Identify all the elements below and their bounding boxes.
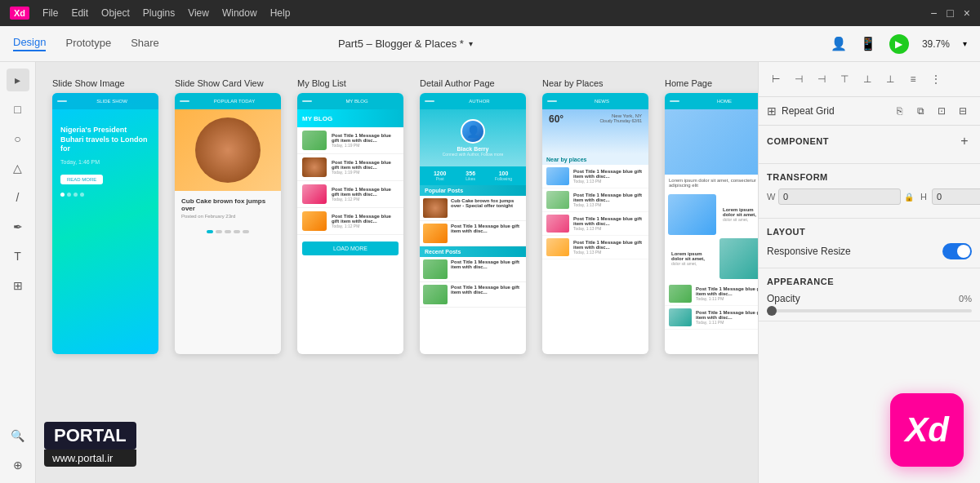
rectangle-tool[interactable]: □	[7, 98, 29, 121]
ab3-thumb-3	[302, 184, 327, 204]
select-tool[interactable]: ▸	[7, 69, 29, 91]
rg-more-btn[interactable]: ⊡	[933, 102, 951, 120]
menu-object[interactable]: Object	[101, 7, 130, 19]
ab3-thumb-1	[302, 131, 327, 150]
tabs: Design Prototype Share	[13, 36, 159, 51]
align-bottom-icon[interactable]: ⊥	[880, 69, 901, 90]
ab5-header: NEWS	[542, 93, 648, 109]
chevron-down-icon-zoom[interactable]: ▾	[963, 39, 967, 48]
layout-responsive-row: Responsive Resize	[767, 243, 972, 259]
ab2-ind-3	[225, 230, 231, 233]
ab2-header: POPULAR TODAY	[175, 93, 281, 109]
minimize-button[interactable]: −	[930, 7, 937, 20]
artboard-group-1: Slide Show Image SLIDE SHOW Nigeria's Pr…	[52, 78, 158, 354]
rg-paste-btn[interactable]: ⧉	[911, 102, 929, 120]
ab1-header: SLIDE SHOW	[52, 93, 158, 109]
menu-view[interactable]: View	[188, 7, 209, 19]
ellipse-tool[interactable]: ○	[7, 127, 29, 150]
tab-share[interactable]: Share	[131, 37, 159, 51]
component-tool[interactable]: ⊞	[7, 274, 29, 297]
component-add-button[interactable]: +	[957, 134, 972, 148]
ab4-recent-thumb-1	[423, 259, 448, 279]
artboard-label-3: My Blog List	[297, 78, 346, 88]
xd-overlay: Xd	[890, 393, 964, 467]
appearance-section: APPEARANCE Opacity 0%	[759, 268, 980, 321]
responsive-resize-toggle[interactable]	[942, 243, 972, 259]
transform-w-field: W 🔒	[767, 188, 914, 205]
transform-section-title: TRANSFORM	[767, 172, 828, 182]
ab4-stat-likes: 356 Likes	[466, 171, 475, 181]
tab-prototype[interactable]: Prototype	[65, 37, 111, 51]
menu-bar: File Edit Object Plugins View Window Hel…	[42, 7, 290, 19]
rg-extra-btn[interactable]: ⊟	[954, 102, 972, 120]
ab6-hero-img	[665, 109, 758, 175]
menu-file[interactable]: File	[42, 7, 58, 19]
ab4-stat-following: 100 Following	[495, 171, 512, 181]
artboard-slide-show-image[interactable]: SLIDE SHOW Nigeria's President Buhari tr…	[52, 93, 158, 354]
ab6-single-thumb-1	[669, 285, 692, 303]
artboard-detail-author[interactable]: AUTHOR 👤 Black Berry Connect with Author…	[420, 93, 526, 354]
tab-right-controls: 👤 📱 ▶ 39.7% ▾	[831, 34, 967, 54]
ab5-item-1: Post Title 1 Message blue gift item with…	[542, 165, 648, 188]
artboard-slide-show-card[interactable]: POPULAR TODAY Cub Cake brown fox jumps o…	[175, 93, 281, 354]
text-tool[interactable]: T	[7, 245, 29, 268]
chevron-down-icon[interactable]: ▾	[469, 39, 473, 48]
transform-w-label: W	[767, 192, 775, 202]
pen-tool[interactable]: ✒	[7, 215, 29, 238]
ab1-read-more-btn[interactable]: READ MORE	[60, 175, 103, 184]
menu-help[interactable]: Help	[270, 7, 291, 19]
distribute-v-icon[interactable]: ⋮	[925, 69, 947, 90]
transform-w-lock[interactable]: 🔒	[904, 193, 914, 202]
align-right-icon[interactable]: ⊣	[811, 69, 832, 90]
rg-copy-btn[interactable]: ⎘	[890, 102, 908, 120]
right-panel: ⊢ ⊣ ⊣ ⊤ ⊥ ⊥ ≡ ⋮ ⊞ Repeat Grid ⎘ ⧉ ⊡ ⊟ CO…	[758, 62, 980, 483]
ab1-title: Nigeria's President Buhari travels to Lo…	[60, 126, 150, 154]
ab5-header-line	[547, 100, 557, 102]
tab-design[interactable]: Design	[13, 36, 46, 51]
canvas-area[interactable]: Slide Show Image SLIDE SHOW Nigeria's Pr…	[36, 62, 758, 483]
layers-tool[interactable]: ⊕	[7, 454, 29, 476]
close-button[interactable]: ×	[964, 7, 970, 20]
align-left-icon[interactable]: ⊢	[765, 69, 786, 90]
menu-window[interactable]: Window	[222, 7, 257, 19]
align-center-v-icon[interactable]: ⊥	[857, 69, 878, 90]
menu-plugins[interactable]: Plugins	[143, 7, 175, 19]
artboard-near-by-places[interactable]: NEWS 60° New York, NY Cloudy Thursday 62…	[542, 93, 648, 354]
ab6-single-2: Post Title 1 Message blue gift item with…	[665, 306, 758, 330]
align-center-h-icon[interactable]: ⊣	[788, 69, 809, 90]
align-top-icon[interactable]: ⊤	[834, 69, 855, 90]
ab3-list-item-3: Post Title 1 Message blue gift item with…	[297, 181, 403, 208]
ab2-ind-1	[207, 230, 213, 233]
line-tool[interactable]: /	[7, 186, 29, 209]
opacity-label: Opacity	[767, 293, 800, 304]
artboard-my-blog-list[interactable]: MY BLOG MY BLOG Post Title 1 Message blu…	[297, 93, 403, 354]
ab3-item-text-2: Post Title 1 Message blue gift item with…	[332, 160, 399, 175]
maximize-button[interactable]: □	[947, 7, 953, 20]
layout-section-title: LAYOUT	[767, 227, 805, 237]
xd-logo: Xd	[10, 7, 29, 20]
ab3-load-more[interactable]: LOAD MORE	[302, 242, 399, 255]
transform-w-input[interactable]	[778, 188, 901, 205]
mobile-icon[interactable]: 📱	[860, 36, 876, 51]
triangle-tool[interactable]: △	[7, 157, 29, 179]
ab3-item-text-4: Post Title 1 Message blue gift item with…	[332, 214, 399, 228]
transform-h-input[interactable]	[932, 188, 980, 205]
menu-edit[interactable]: Edit	[71, 7, 88, 19]
opacity-slider[interactable]	[767, 309, 972, 312]
ab6-single-1: Post Title 1 Message blue gift item with…	[665, 282, 758, 306]
user-icon[interactable]: 👤	[831, 36, 847, 51]
play-button[interactable]: ▶	[889, 34, 909, 54]
ab4-stat-post: 1200 Post	[434, 171, 447, 181]
title-bar: Xd File Edit Object Plugins View Window …	[0, 0, 980, 26]
distribute-h-icon[interactable]: ≡	[902, 69, 924, 90]
artboard-home-page[interactable]: HOME Lorem ipsum dolor sit amet, consect…	[665, 93, 758, 354]
opacity-value: 0%	[959, 294, 972, 304]
ab4-pp-thumb-1	[423, 198, 448, 218]
ab4-avatar: 👤	[461, 119, 485, 144]
ab1-dot-4	[80, 193, 84, 197]
repeat-grid-icon: ⊞	[767, 104, 777, 117]
ab4-recent-text-1: Post Title 1 Message blue gift item with…	[451, 259, 523, 279]
zoom-tool[interactable]: 🔍	[7, 424, 29, 447]
ab4-recent-text-2: Post Title 1 Message blue gift item with…	[451, 285, 523, 304]
ab6-grid-text-1: Lorem ipsum dolor sit amet, dolor sit am…	[719, 194, 758, 235]
